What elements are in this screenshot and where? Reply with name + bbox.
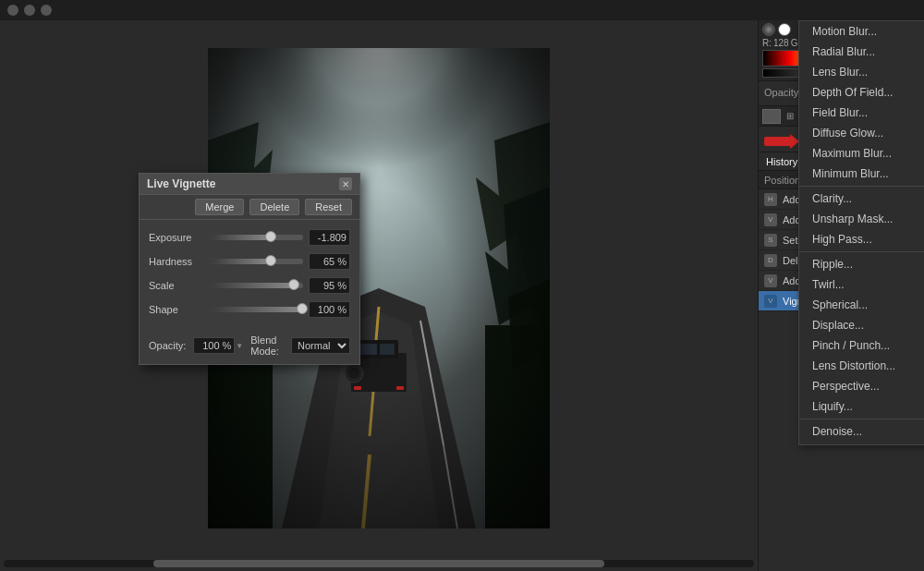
menu-clarity[interactable]: Clarity...	[799, 188, 924, 209]
menu-high-pass[interactable]: High Pass...	[799, 229, 924, 249]
menu-denoise[interactable]: Denoise...	[799, 421, 924, 442]
main-layout: Live Vignette ✕ Merge Delete Reset Expos…	[0, 20, 924, 571]
red-arrow-indicator	[764, 134, 799, 149]
dialog-titlebar: Live Vignette ✕	[140, 174, 359, 195]
history-icon-vignette-selected: V	[764, 295, 777, 308]
menu-ripple[interactable]: Ripple...	[799, 254, 924, 274]
image-scrollbar	[0, 556, 758, 571]
minimize-button[interactable]	[24, 5, 35, 16]
layer-thumbnail	[762, 109, 781, 124]
blend-mode-select[interactable]: Normal Multiply Screen	[291, 337, 350, 354]
fg-r-value: 128	[773, 38, 789, 48]
dialog-title: Live Vignette	[147, 177, 215, 190]
menu-perspective[interactable]: Perspective...	[799, 376, 924, 396]
exposure-value: -1.809	[309, 229, 350, 246]
exposure-thumb[interactable]	[265, 231, 276, 242]
dialog-toolbar: Merge Delete Reset	[140, 195, 359, 220]
context-menu: Motion Blur... Radial Blur... Lens Blur.…	[798, 20, 924, 445]
menu-unsharp-mask[interactable]: Unsharp Mask...	[799, 209, 924, 229]
shape-thumb[interactable]	[297, 303, 308, 314]
menu-add-noise[interactable]: Add Noise...	[799, 442, 924, 445]
history-icon-vignette-1: V	[764, 213, 777, 226]
hardness-label: Hardness	[149, 256, 204, 267]
menu-diffuse-glow[interactable]: Diffuse Glow...	[799, 123, 924, 143]
scale-value: 95 %	[309, 277, 350, 294]
close-button[interactable]	[7, 5, 18, 16]
hardness-thumb[interactable]	[265, 255, 276, 266]
image-canvas: Live Vignette ✕ Merge Delete Reset Expos…	[0, 20, 758, 556]
history-icon-halftone: H	[764, 193, 777, 206]
menu-minimum-blur[interactable]: Minimum Blur...	[799, 164, 924, 184]
hardness-slider[interactable]	[210, 259, 303, 264]
opacity-label: Opacity:	[149, 340, 186, 351]
menu-lens-distortion[interactable]: Lens Distortion...	[799, 356, 924, 376]
exposure-label: Exposure	[149, 232, 204, 243]
layer-thumb-box	[762, 109, 781, 124]
right-panel: R: 128 G: 128 Opacity ⊞ ⊡ ⊕ ☰	[758, 20, 924, 571]
history-icon-selection: S	[764, 234, 777, 247]
menu-twirl[interactable]: Twirl...	[799, 274, 924, 295]
maximize-button[interactable]	[41, 5, 52, 16]
live-vignette-dialog: Live Vignette ✕ Merge Delete Reset Expos…	[139, 173, 360, 365]
menu-motion-blur[interactable]: Motion Blur...	[799, 21, 924, 42]
opacity-row-label: Opacity	[764, 87, 798, 98]
scale-slider[interactable]	[210, 283, 303, 288]
blend-mode-label: Blend Mode:	[250, 334, 284, 357]
dialog-body: Exposure -1.809 Hardness	[140, 220, 359, 331]
menu-lens-blur[interactable]: Lens Blur...	[799, 62, 924, 82]
scrollbar-thumb[interactable]	[153, 560, 603, 567]
image-panel: Live Vignette ✕ Merge Delete Reset Expos…	[0, 20, 758, 571]
reset-button[interactable]: Reset	[305, 199, 352, 215]
separator-3	[799, 419, 924, 419]
hardness-value: 65 %	[309, 253, 350, 270]
delete-button[interactable]: Delete	[249, 199, 299, 215]
menu-displace[interactable]: Displace...	[799, 315, 924, 335]
foreground-swatch[interactable]	[762, 23, 775, 36]
background-swatch[interactable]	[778, 23, 791, 36]
opacity-value: 100 %	[193, 337, 235, 354]
menu-depth-of-field[interactable]: Depth Of Field...	[799, 82, 924, 103]
history-icon[interactable]: ⊞	[784, 110, 796, 123]
menu-liquify[interactable]: Liquify...	[799, 396, 924, 417]
merge-button[interactable]: Merge	[195, 199, 244, 215]
fg-label: R:	[762, 38, 772, 48]
menu-pinch-punch[interactable]: Pinch / Punch...	[799, 335, 924, 356]
shape-label: Shape	[149, 304, 204, 315]
position-label: Position:	[764, 175, 803, 186]
shape-value: 100 %	[309, 301, 350, 318]
top-bar	[0, 0, 924, 20]
exposure-slider[interactable]	[210, 235, 303, 240]
dialog-close-button[interactable]: ✕	[339, 177, 352, 190]
shape-row: Shape 100 %	[149, 301, 350, 318]
scale-thumb[interactable]	[288, 279, 299, 290]
separator-1	[799, 186, 924, 187]
history-icon-delete: D	[764, 254, 777, 267]
exposure-row: Exposure -1.809	[149, 229, 350, 246]
menu-spherical[interactable]: Spherical...	[799, 295, 924, 315]
menu-maximum-blur[interactable]: Maximum Blur...	[799, 143, 924, 164]
scale-row: Scale 95 %	[149, 277, 350, 294]
opacity-arrow[interactable]: ▼	[236, 342, 243, 350]
shape-slider[interactable]	[210, 307, 303, 312]
scrollbar-track[interactable]	[4, 560, 754, 567]
scale-label: Scale	[149, 280, 204, 291]
hardness-row: Hardness 65 %	[149, 253, 350, 270]
separator-2	[799, 251, 924, 252]
menu-field-blur[interactable]: Field Blur...	[799, 103, 924, 123]
menu-radial-blur[interactable]: Radial Blur...	[799, 42, 924, 62]
dialog-bottom: Opacity: 100 % ▼ Blend Mode: Normal Mult…	[140, 331, 359, 364]
history-icon-vignette-2: V	[764, 274, 777, 287]
